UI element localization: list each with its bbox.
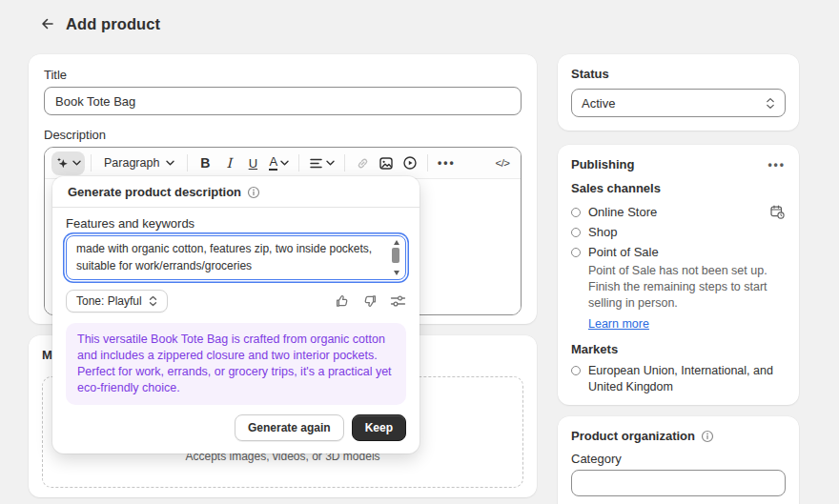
- channel-row-online-store: Online Store: [571, 202, 786, 222]
- underline-button[interactable]: U: [241, 151, 264, 175]
- category-input[interactable]: [571, 470, 786, 496]
- paragraph-style-label: Paragraph: [104, 156, 159, 170]
- generate-description-popup: Generate product description Features an…: [52, 176, 420, 454]
- tone-selector[interactable]: Tone: Playful: [66, 290, 168, 312]
- text-color-button[interactable]: A: [265, 151, 293, 175]
- generated-description: This versatile Book Tote Bag is crafted …: [66, 323, 406, 405]
- toolbar-divider: [187, 154, 188, 171]
- text-color-label: A: [269, 156, 277, 171]
- textarea-scrollbar[interactable]: [391, 239, 402, 276]
- popup-body: Features and keywords made with organic …: [52, 208, 420, 453]
- chevron-down-icon: [326, 160, 335, 166]
- features-label: Features and keywords: [66, 216, 406, 231]
- align-left-icon: [309, 157, 323, 170]
- sales-channels-label: Sales channels: [571, 181, 786, 195]
- arrow-left-icon: [39, 16, 54, 31]
- scroll-down-arrow[interactable]: [394, 271, 399, 275]
- info-icon[interactable]: [247, 186, 260, 199]
- popup-title: Generate product description: [68, 185, 241, 199]
- publishing-more-button[interactable]: •••: [767, 158, 786, 171]
- keep-button[interactable]: Keep: [352, 414, 406, 441]
- toolbar-divider: [344, 154, 345, 171]
- updown-chevrons-icon: [149, 295, 157, 307]
- organization-title: Product organization: [571, 429, 695, 443]
- code-view-button[interactable]: </>: [491, 151, 514, 175]
- sliders-icon[interactable]: [390, 294, 406, 308]
- image-icon: [379, 156, 394, 171]
- link-icon: [356, 156, 370, 171]
- publishing-card: Publishing ••• Sales channels Online Sto…: [558, 145, 799, 405]
- category-label: Category: [571, 452, 786, 466]
- channel-row-pos: Point of Sale: [571, 242, 786, 262]
- channel-bullet-icon: [571, 248, 581, 257]
- generate-again-button[interactable]: Generate again: [235, 414, 344, 441]
- bold-button[interactable]: B: [194, 151, 216, 175]
- page-title: Add product: [66, 15, 160, 33]
- popup-header: Generate product description: [52, 176, 420, 208]
- publishing-header: Publishing •••: [571, 157, 786, 171]
- toolbar-divider: [427, 154, 428, 171]
- product-organization-card: Product organization Category Determines…: [558, 416, 799, 504]
- chevron-down-icon: [72, 160, 81, 166]
- popup-buttons: Generate again Keep: [66, 414, 406, 441]
- calendar-clock-icon[interactable]: [769, 204, 786, 220]
- more-formatting-button[interactable]: •••: [434, 151, 460, 175]
- scroll-up-arrow[interactable]: [394, 240, 399, 245]
- italic-button[interactable]: I: [217, 151, 240, 175]
- thumb-up-icon[interactable]: [335, 293, 350, 309]
- alignment-button[interactable]: [305, 151, 338, 175]
- status-select[interactable]: Active: [571, 89, 786, 117]
- market-label: European Union, International, and Unite…: [588, 363, 786, 395]
- publishing-title: Publishing: [571, 157, 634, 171]
- play-circle-icon: [402, 155, 418, 171]
- link-button[interactable]: [351, 151, 374, 175]
- description-label: Description: [44, 128, 522, 142]
- title-label: Title: [44, 68, 522, 82]
- pos-setup-note: Point of Sale has not been set up. Finis…: [588, 263, 794, 312]
- channel-label: Online Store: [588, 205, 657, 219]
- scrollbar-thumb[interactable]: [392, 248, 399, 263]
- page-header: Add product: [36, 13, 160, 34]
- feedback-icons: [335, 293, 406, 309]
- market-bullet-icon: [571, 366, 581, 375]
- ai-generate-button[interactable]: [51, 151, 85, 175]
- sparkles-icon: [55, 156, 70, 171]
- status-card: Status Active: [558, 54, 799, 131]
- features-textarea[interactable]: made with organic cotton, features zip, …: [66, 235, 406, 280]
- chevron-down-icon: [166, 160, 174, 166]
- chevron-down-icon: [280, 160, 289, 166]
- learn-more-link[interactable]: Learn more: [588, 317, 649, 331]
- channel-label: Point of Sale: [588, 245, 659, 259]
- status-title: Status: [571, 67, 786, 81]
- markets-label: Markets: [571, 342, 786, 356]
- channel-row-shop: Shop: [571, 222, 786, 242]
- back-button[interactable]: [36, 13, 57, 34]
- insert-video-button[interactable]: [399, 151, 421, 175]
- organization-header: Product organization: [571, 429, 786, 443]
- channel-bullet-icon: [571, 228, 581, 237]
- features-text: made with organic cotton, features zip, …: [76, 240, 384, 275]
- info-icon[interactable]: [701, 430, 714, 443]
- editor-toolbar: Paragraph B I U A: [45, 148, 521, 179]
- title-input[interactable]: [44, 87, 522, 115]
- toolbar-divider: [91, 154, 92, 171]
- status-value: Active: [582, 96, 615, 111]
- insert-image-button[interactable]: [375, 151, 398, 175]
- market-row: European Union, International, and Unite…: [571, 363, 786, 395]
- tone-row: Tone: Playful: [66, 290, 406, 312]
- updown-chevrons-icon: [766, 97, 775, 110]
- thumb-down-icon[interactable]: [362, 293, 378, 309]
- channel-bullet-icon: [571, 208, 581, 217]
- paragraph-style-button[interactable]: Paragraph: [97, 151, 181, 175]
- toolbar-divider: [298, 154, 299, 171]
- tone-label: Tone: Playful: [76, 294, 142, 308]
- channel-label: Shop: [588, 225, 617, 239]
